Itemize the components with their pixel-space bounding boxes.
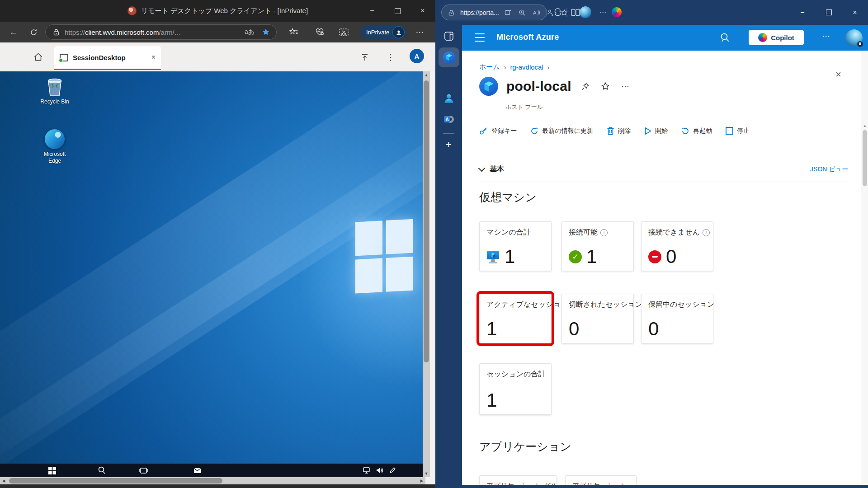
address-bar[interactable]: https://porta... A — [441, 5, 547, 20]
back-button[interactable]: ← — [6, 25, 21, 39]
upload-arrow-icon[interactable] — [358, 51, 372, 64]
browser-essentials-icon[interactable] — [313, 25, 327, 39]
account-avatar[interactable] — [845, 29, 863, 47]
vertical-scrollbar[interactable]: ▲ ▼ — [423, 71, 430, 477]
shopping-icon[interactable] — [552, 6, 564, 18]
right-titlebar[interactable]: https://porta... A — [435, 0, 868, 25]
tab-entra-admin[interactable]: A — [435, 113, 462, 125]
scroll-right-arrow[interactable]: ▶ — [418, 477, 425, 484]
tile-applications[interactable]: アプリケーション — [565, 475, 637, 485]
tile-total-sessions[interactable]: セッションの合計 1 — [479, 363, 552, 415]
copilot-icon[interactable] — [611, 6, 623, 18]
pin-icon[interactable] — [580, 80, 591, 92]
title-more-icon[interactable]: ⋯ — [619, 80, 631, 92]
workspaces-icon[interactable] — [503, 8, 513, 18]
tray-display-icon[interactable] — [362, 465, 373, 475]
header-more-icon[interactable]: ⋯ — [822, 31, 830, 41]
azure-brand[interactable]: Microsoft Azure — [496, 33, 559, 42]
scroll-left-arrow[interactable]: ◀ — [0, 477, 7, 484]
tile-total-machines[interactable]: マシンの合計 1 — [479, 221, 552, 271]
right-window-bottom-edge — [435, 485, 868, 488]
minimize-button[interactable]: − — [359, 0, 385, 22]
info-icon[interactable]: i — [703, 229, 710, 236]
tile-disconnected-sessions[interactable]: 切断されたセッション 0 — [561, 294, 634, 343]
registration-key-button[interactable]: 登録キー — [479, 127, 517, 135]
read-aloud-icon[interactable]: A — [531, 8, 541, 18]
tab-sessiondesktop[interactable]: SessionDesktop × — [54, 46, 161, 70]
delete-button[interactable]: 削除 — [607, 127, 631, 135]
remote-desktop-viewport[interactable]: Recycle Bin Microsoft Edge — [0, 71, 423, 464]
url-text[interactable]: https://porta... — [460, 9, 499, 16]
essentials-toggle[interactable]: 基本 — [479, 164, 504, 174]
start-button[interactable] — [47, 465, 57, 475]
tile-active-sessions[interactable]: アクティブなセッション 1 — [479, 294, 552, 343]
restart-button[interactable]: 再起動 — [681, 127, 712, 135]
more-vertical-icon[interactable]: ⋮ — [384, 51, 397, 64]
home-icon[interactable] — [31, 50, 45, 64]
horizontal-scrollbar[interactable]: ◀ ▶ — [0, 477, 425, 484]
settings-more-icon[interactable]: ⋯ — [412, 25, 427, 39]
menu-hamburger-icon[interactable] — [475, 33, 485, 42]
zoom-icon[interactable] — [517, 8, 527, 18]
remote-desktop-browser-window: リモート デスクトップ Web クライアント - [InPrivate] − ×… — [0, 0, 435, 488]
copilot-button[interactable]: Copilot — [749, 30, 804, 45]
maximize-button[interactable] — [385, 0, 410, 22]
tab-close-icon[interactable]: × — [151, 53, 156, 61]
scroll-up-arrow[interactable]: ▲ — [861, 122, 868, 129]
favorite-star-icon[interactable] — [599, 80, 611, 92]
screenshot-icon[interactable] — [336, 25, 351, 39]
breadcrumb-rg-link[interactable]: rg-avdlocal — [510, 63, 543, 71]
screen: リモート デスクトップ Web クライアント - [InPrivate] − ×… — [0, 0, 868, 488]
tray-volume-icon[interactable] — [374, 465, 385, 475]
browser-profile-avatar[interactable] — [580, 6, 591, 18]
breadcrumb-home-link[interactable]: ホーム — [479, 63, 500, 71]
tile-pending-sessions[interactable]: 保留中のセッション 0 — [641, 294, 713, 343]
refresh-button[interactable]: 最新の情報に更新 — [530, 127, 593, 135]
left-titlebar[interactable]: リモート デスクトップ Web クライアント - [InPrivate] − × — [0, 0, 435, 22]
info-icon[interactable]: i — [600, 229, 608, 236]
inprivate-badge[interactable]: InPrivate — [361, 25, 406, 39]
search-icon[interactable] — [720, 32, 731, 44]
close-button[interactable]: × — [410, 0, 435, 22]
scroll-up-arrow[interactable]: ▲ — [423, 71, 430, 79]
favorite-star-icon[interactable] — [261, 27, 271, 37]
desktop-icon-recycle-bin[interactable]: Recycle Bin — [35, 76, 74, 105]
tile-available[interactable]: 接続可能i ✓ 1 — [561, 221, 634, 271]
address-bar[interactable]: https://client.wvd.microsoft.com/arm/… a… — [45, 24, 277, 40]
tile-application-groups[interactable]: アプリケーション グループ — [479, 475, 557, 485]
json-view-link[interactable]: JSON ビュー — [810, 165, 848, 174]
maximize-button[interactable] — [816, 0, 842, 25]
close-button[interactable]: × — [842, 0, 868, 25]
virtual-machines-heading: 仮想マシン — [479, 190, 537, 205]
tab-user-account[interactable] — [435, 93, 462, 104]
account-avatar[interactable]: A — [410, 49, 424, 63]
language-badge[interactable]: aあ — [245, 28, 255, 36]
stop-button[interactable]: 停止 — [726, 127, 750, 135]
edge-vertical-tab-sidebar: A + — [435, 25, 462, 488]
scroll-down-arrow[interactable]: ▼ — [423, 470, 430, 477]
scroll-thumb[interactable] — [863, 130, 867, 186]
tile-unavailable[interactable]: 接続できませんi 0 — [641, 221, 713, 271]
host-pool-favicon — [443, 52, 455, 64]
profile-avatar-icon[interactable] — [392, 26, 405, 38]
vertical-scroll-thumb[interactable] — [424, 80, 429, 362]
tray-pen-icon[interactable] — [387, 465, 398, 475]
url-text[interactable]: https://client.wvd.microsoft.com/arm/… — [65, 28, 245, 36]
horizontal-scroll-thumb[interactable] — [9, 478, 222, 483]
host-pool-icon — [479, 77, 498, 96]
favorites-hub-icon[interactable] — [287, 25, 301, 39]
content-scrollbar[interactable]: ▲ — [861, 51, 868, 485]
start-button[interactable]: 開始 — [644, 127, 668, 135]
refresh-button[interactable] — [26, 25, 41, 39]
tab-azure-portal-active[interactable] — [439, 47, 459, 67]
blade-close-icon[interactable]: × — [835, 69, 841, 80]
new-tab-button[interactable]: + — [435, 139, 462, 150]
task-view-icon[interactable] — [138, 465, 149, 475]
titlebar-more-icon[interactable]: ⋯ — [597, 6, 609, 18]
desktop-icon-microsoft-edge[interactable]: Microsoft Edge — [35, 129, 74, 164]
search-icon[interactable] — [96, 465, 107, 475]
mail-icon[interactable] — [192, 465, 203, 475]
page-title-row: pool-local ⋯ — [479, 77, 631, 96]
minimize-button[interactable]: − — [789, 0, 816, 25]
workspaces-icon[interactable] — [435, 31, 462, 41]
